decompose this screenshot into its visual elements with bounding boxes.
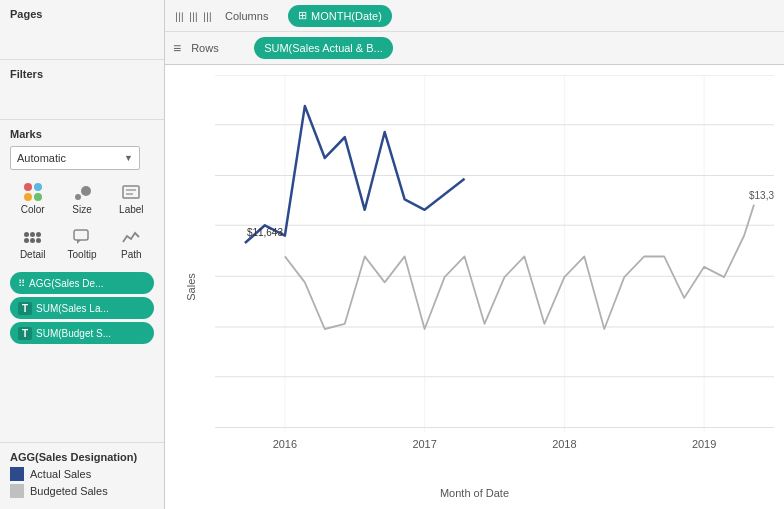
columns-label: Columns — [225, 10, 280, 22]
legend-item-actual: Actual Sales — [10, 467, 154, 481]
svg-text:$11,643: $11,643 — [247, 227, 283, 238]
marks-pill-sum-budget-label: SUM(Budget S... — [36, 328, 111, 339]
svg-text:$13,300: $13,300 — [749, 190, 774, 201]
svg-text:2016: 2016 — [273, 438, 297, 450]
t-icon-2: T — [18, 327, 32, 340]
marks-pill-sum-budget[interactable]: T SUM(Budget S... — [10, 322, 154, 344]
marks-tooltip-button[interactable]: Tooltip — [59, 223, 104, 264]
marks-icons-grid: Color Size — [10, 178, 154, 264]
chevron-down-icon: ▼ — [124, 153, 133, 163]
svg-rect-2 — [123, 186, 139, 198]
detail-icon — [21, 227, 45, 247]
marks-detail-button[interactable]: Detail — [10, 223, 55, 264]
pages-section: Pages — [0, 0, 164, 60]
svg-point-0 — [75, 194, 81, 200]
filters-section: Filters — [0, 60, 164, 120]
chart-svg: $0 $2,000 $4,000 $6,000 $8,000 $10,000 $… — [215, 75, 774, 469]
tooltip-icon — [70, 227, 94, 247]
color-icon — [21, 182, 45, 202]
columns-pill-label: MONTH(Date) — [311, 10, 382, 22]
legend-color-budgeted — [10, 484, 24, 498]
filters-label: Filters — [10, 68, 154, 80]
marks-pill-sum-sales-label: SUM(Sales La... — [36, 303, 109, 314]
y-axis-label: Sales — [185, 273, 197, 301]
left-panel: Pages Filters Marks Automatic ▼ — [0, 0, 165, 509]
marks-label-button[interactable]: Label — [109, 178, 154, 219]
columns-icon: ⫼⫼⫼ — [173, 8, 215, 24]
rows-icon: ≡ — [173, 40, 181, 56]
rows-pill[interactable]: SUM(Sales Actual & B... — [254, 37, 393, 59]
dots-icon: ⠿ — [18, 278, 25, 289]
label-icon — [119, 182, 143, 202]
marks-pills: ⠿ AGG(Sales De... T SUM(Sales La... T SU… — [10, 272, 154, 344]
rows-row: ≡ Rows SUM(Sales Actual & B... — [165, 32, 784, 64]
marks-path-button[interactable]: Path — [109, 223, 154, 264]
t-icon-1: T — [18, 302, 32, 315]
path-label: Path — [121, 249, 142, 260]
svg-point-1 — [81, 186, 91, 196]
legend-item-budgeted: Budgeted Sales — [10, 484, 154, 498]
label-label: Label — [119, 204, 143, 215]
columns-pill[interactable]: ⊞ MONTH(Date) — [288, 5, 392, 27]
svg-text:2017: 2017 — [412, 438, 436, 450]
marks-dropdown-label: Automatic — [17, 152, 66, 164]
marks-pill-agg[interactable]: ⠿ AGG(Sales De... — [10, 272, 154, 294]
pages-label: Pages — [10, 8, 154, 20]
svg-rect-5 — [74, 230, 88, 240]
legend-color-actual — [10, 467, 24, 481]
x-axis-label: Month of Date — [440, 487, 509, 499]
marks-pill-sum-sales[interactable]: T SUM(Sales La... — [10, 297, 154, 319]
marks-label: Marks — [10, 128, 154, 140]
marks-color-button[interactable]: Color — [10, 178, 55, 219]
marks-pill-agg-label: AGG(Sales De... — [29, 278, 103, 289]
detail-label: Detail — [20, 249, 46, 260]
path-icon — [119, 227, 143, 247]
svg-text:2019: 2019 — [692, 438, 716, 450]
chart-area: Sales Month of Date $0 $2,000 $4,000 $6,… — [165, 65, 784, 509]
legend-title: AGG(Sales Designation) — [10, 451, 154, 463]
color-label: Color — [21, 204, 45, 215]
tooltip-label: Tooltip — [68, 249, 97, 260]
svg-text:2018: 2018 — [552, 438, 576, 450]
columns-row: ⫼⫼⫼ Columns ⊞ MONTH(Date) — [165, 0, 784, 32]
calendar-icon: ⊞ — [298, 9, 307, 22]
marks-size-button[interactable]: Size — [59, 178, 104, 219]
right-panel: ⫼⫼⫼ Columns ⊞ MONTH(Date) ≡ Rows SUM(Sal… — [165, 0, 784, 509]
toolbar: ⫼⫼⫼ Columns ⊞ MONTH(Date) ≡ Rows SUM(Sal… — [165, 0, 784, 65]
legend-label-budgeted: Budgeted Sales — [30, 485, 108, 497]
legend-section: AGG(Sales Designation) Actual Sales Budg… — [0, 442, 164, 509]
rows-label: Rows — [191, 42, 246, 54]
size-icon — [70, 182, 94, 202]
size-label: Size — [72, 204, 91, 215]
marks-section: Marks Automatic ▼ Color — [0, 120, 164, 442]
legend-label-actual: Actual Sales — [30, 468, 91, 480]
rows-pill-label: SUM(Sales Actual & B... — [264, 42, 383, 54]
marks-type-dropdown[interactable]: Automatic ▼ — [10, 146, 140, 170]
